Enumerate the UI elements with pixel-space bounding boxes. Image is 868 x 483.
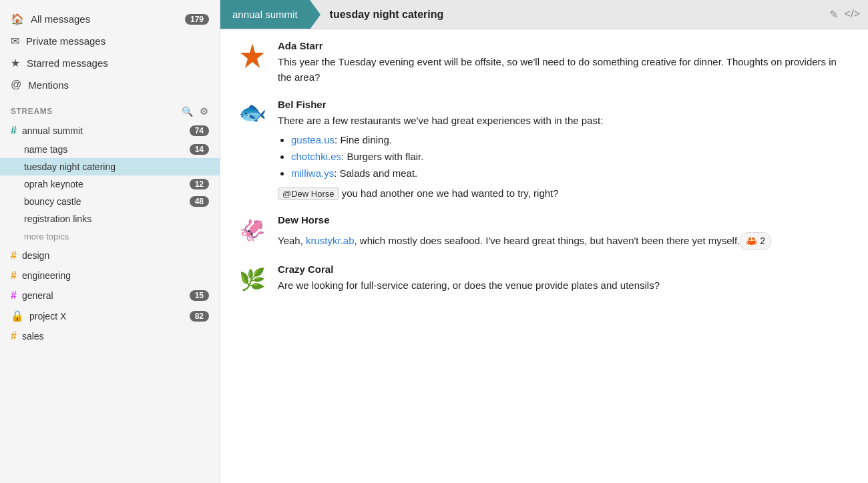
breadcrumb-arrow: [310, 0, 320, 29]
message-body-msg-2: Bel FisherThere are a few restaurants we…: [278, 99, 852, 201]
restaurant-link[interactable]: chotchki.es: [291, 151, 341, 162]
topic-oprah-keynote[interactable]: oprah keynote 12: [0, 175, 220, 193]
message-text-msg-2: There are a few restaurants we've had gr…: [278, 113, 852, 201]
sidebar-item-starred-messages[interactable]: ★ Starred messages: [0, 52, 220, 74]
private-messages-icon: ✉: [11, 35, 19, 47]
starred-messages-label: Starred messages: [27, 57, 209, 69]
oprah-keynote-label: oprah keynote: [24, 179, 190, 189]
svg-text:🐟: 🐟: [238, 100, 267, 126]
tuesday-night-catering-label: tuesday night catering: [24, 161, 209, 172]
message-row: 🌿Crazy CoralAre we looking for full-serv…: [236, 264, 852, 296]
edit-topic-icon[interactable]: ✎: [829, 8, 838, 21]
msg3-before-link: Yeah,: [278, 235, 306, 246]
main-panel: annual summit tuesday night catering ✎ <…: [220, 0, 868, 483]
message-body-msg-1: Ada StarrThis year the Tuesday evening e…: [278, 40, 852, 85]
name-tags-badge: 14: [190, 144, 209, 155]
message-row: Ada StarrThis year the Tuesday evening e…: [236, 40, 852, 85]
bouncy-castle-label: bouncy castle: [24, 196, 190, 207]
all-messages-icon: 🏠: [11, 13, 24, 25]
more-topics-link[interactable]: more topics: [0, 227, 220, 246]
design-name: design: [22, 250, 209, 261]
registration-links-label: registration links: [24, 213, 209, 224]
stream-design[interactable]: # design: [0, 246, 220, 266]
message-author-msg-1: Ada Starr: [278, 40, 852, 51]
message-author-msg-4: Crazy Coral: [278, 264, 852, 275]
avatar-msg-2: 🐟: [236, 99, 268, 131]
general-hash-icon: #: [11, 290, 17, 302]
topic-bouncy-castle[interactable]: bouncy castle 48: [0, 193, 220, 210]
topic-registration-links[interactable]: registration links: [0, 210, 220, 227]
svg-marker-0: [240, 43, 264, 68]
global-nav: 🏠 All messages 179 ✉ Private messages ★ …: [0, 5, 220, 98]
oprah-keynote-badge: 12: [190, 179, 209, 189]
topic-name-tags[interactable]: name tags 14: [0, 141, 220, 158]
message-row: 🦑Dew HorseYeah, krustykr.ab, which mostl…: [236, 214, 852, 251]
msg2-after-mention: you had another one we had wanted to try…: [339, 187, 559, 199]
message-text-msg-3: Yeah, krustykr.ab, which mostly does sea…: [278, 228, 852, 251]
streams-header: STREAMS 🔍 ⚙: [0, 98, 220, 121]
starred-messages-icon: ★: [11, 57, 20, 69]
breadcrumb-topic: tuesday night catering: [320, 9, 453, 21]
restaurant-link[interactable]: gustea.us: [291, 134, 335, 145]
topic-tuesday-night-catering[interactable]: tuesday night catering: [0, 158, 220, 175]
message-body-msg-4: Crazy CoralAre we looking for full-servi…: [278, 264, 852, 293]
message-body-msg-3: Dew HorseYeah, krustykr.ab, which mostly…: [278, 214, 852, 251]
name-tags-label: name tags: [24, 144, 190, 155]
stream-engineering[interactable]: # engineering: [0, 266, 220, 286]
streams-header-icons: 🔍 ⚙: [182, 106, 209, 117]
project-x-name: project X: [29, 311, 190, 322]
annual-summit-hash-icon: #: [11, 125, 17, 137]
list-item: gustea.us: Fine dining.: [291, 132, 852, 147]
avatar-msg-3: 🦑: [236, 214, 268, 246]
sidebar: 🏠 All messages 179 ✉ Private messages ★ …: [0, 0, 220, 483]
sales-hash-icon: #: [11, 330, 17, 342]
engineering-name: engineering: [22, 270, 209, 281]
streams-label: STREAMS: [11, 107, 53, 116]
main-header: annual summit tuesday night catering ✎ <…: [220, 0, 868, 29]
msg2-intro: There are a few restaurants we've had gr…: [278, 115, 603, 126]
breadcrumb-topic-label[interactable]: tuesday night catering: [330, 9, 444, 21]
sidebar-item-mentions[interactable]: @ Mentions: [0, 74, 220, 95]
all-messages-badge: 179: [185, 14, 209, 25]
sidebar-item-all-messages[interactable]: 🏠 All messages 179: [0, 8, 220, 30]
project-x-lock-icon: 🔒: [11, 310, 24, 322]
annual-summit-badge: 74: [190, 125, 209, 136]
general-badge: 15: [190, 290, 209, 301]
reaction-crab[interactable]: 🦀 2: [740, 232, 771, 251]
message-text-msg-1: This year the Tuesday evening event will…: [278, 54, 852, 85]
stream-annual-summit[interactable]: # annual summit 74: [0, 121, 220, 141]
all-messages-label: All messages: [31, 13, 185, 25]
reaction-count: 2: [760, 234, 765, 249]
header-actions: ✎ </>: [821, 8, 868, 21]
message-author-msg-2: Bel Fisher: [278, 99, 852, 110]
avatar-msg-4: 🌿: [236, 264, 268, 296]
message-text-msg-4: Are we looking for full-service catering…: [278, 278, 852, 293]
mentions-icon: @: [11, 79, 21, 91]
private-messages-label: Private messages: [26, 35, 209, 47]
mention-tag[interactable]: @Dew Horse: [278, 187, 339, 200]
restaurant-link[interactable]: milliwa.ys: [291, 167, 334, 179]
search-streams-icon[interactable]: 🔍: [182, 106, 194, 117]
annual-summit-name: annual summit: [22, 125, 190, 136]
mentions-label: Mentions: [28, 79, 209, 91]
stream-general[interactable]: # general 15: [0, 286, 220, 306]
streams-list: # annual summit 74 name tags 14 tuesday …: [0, 121, 220, 346]
streams-settings-icon[interactable]: ⚙: [200, 106, 209, 117]
project-x-badge: 82: [190, 311, 209, 322]
design-hash-icon: #: [11, 250, 17, 262]
stream-sales[interactable]: # sales: [0, 326, 220, 346]
engineering-hash-icon: #: [11, 270, 17, 282]
messages-panel: Ada StarrThis year the Tuesday evening e…: [220, 29, 868, 483]
krustykr-link[interactable]: krustykr.ab: [306, 235, 355, 246]
breadcrumb-stream[interactable]: annual summit: [220, 0, 310, 29]
code-view-icon[interactable]: </>: [845, 8, 860, 21]
sales-name: sales: [22, 331, 209, 342]
list-item: chotchki.es: Burgers with flair.: [291, 149, 852, 164]
avatar-msg-1: [236, 40, 268, 72]
stream-project-x[interactable]: 🔒 project X 82: [0, 306, 220, 326]
sidebar-item-private-messages[interactable]: ✉ Private messages: [0, 30, 220, 52]
message-author-msg-3: Dew Horse: [278, 214, 852, 225]
general-name: general: [22, 290, 190, 301]
message-row: 🐟Bel FisherThere are a few restaurants w…: [236, 99, 852, 201]
bouncy-castle-badge: 48: [190, 196, 209, 207]
